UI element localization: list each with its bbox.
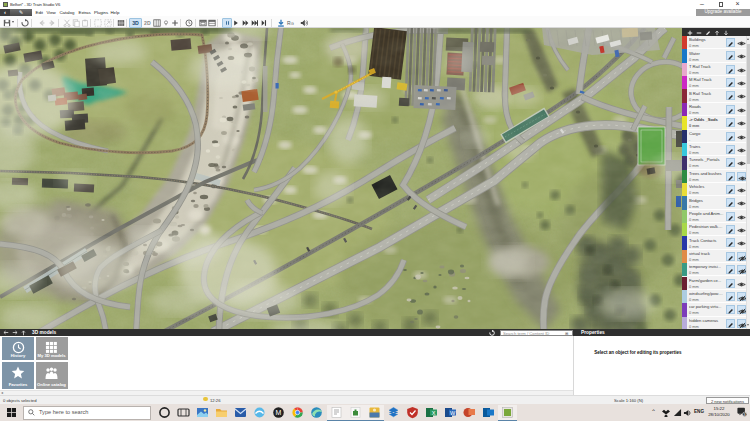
svg-text:X: X xyxy=(432,410,436,416)
svg-text:W: W xyxy=(450,410,456,416)
svg-text:3: 3 xyxy=(744,413,746,417)
svg-text:M: M xyxy=(276,409,282,416)
